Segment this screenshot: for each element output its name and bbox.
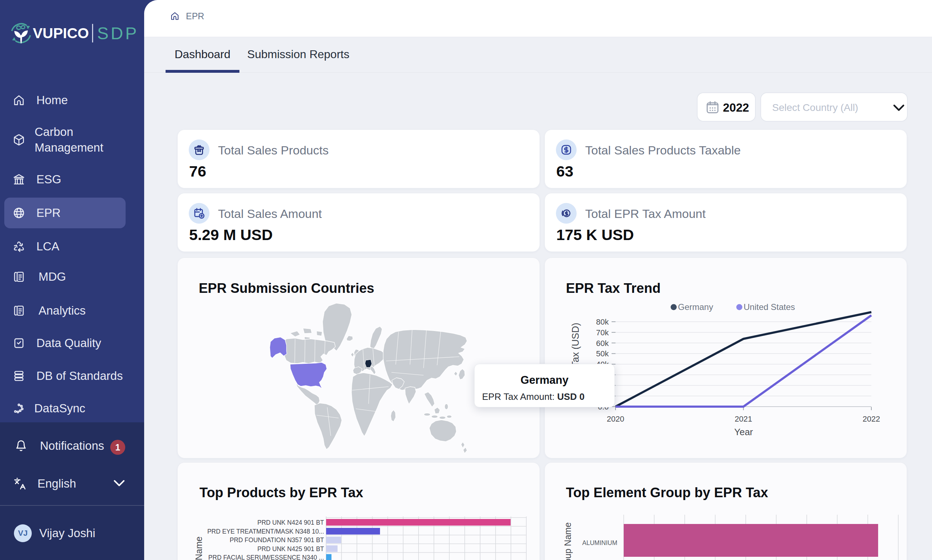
svg-text:PRD EYE TREATMENT/MASK N348 10: PRD EYE TREATMENT/MASK N348 10... — [207, 528, 324, 535]
svg-text:80k: 80k — [596, 317, 609, 326]
svg-text:2020: 2020 — [607, 414, 624, 423]
svg-text:2022: 2022 — [863, 414, 880, 423]
svg-text:70k: 70k — [596, 328, 609, 337]
svg-text:2021: 2021 — [735, 414, 752, 423]
svg-text:PRD FOUNDATION N357 901 BT: PRD FOUNDATION N357 901 BT — [230, 537, 324, 544]
svg-text:Product Name: Product Name — [194, 537, 204, 560]
svg-text:Tax (USD): Tax (USD) — [570, 323, 581, 368]
svg-text:ALUMINIUM: ALUMINIUM — [582, 539, 617, 546]
svg-text:PRD UNK N425 901 BT: PRD UNK N425 901 BT — [257, 545, 324, 552]
svg-text:50k: 50k — [596, 349, 609, 358]
svg-text:Germany: Germany — [678, 302, 713, 312]
svg-text:Year: Year — [734, 426, 753, 437]
svg-text:PRD FACIAL SERUM/ESSENCE N340: PRD FACIAL SERUM/ESSENCE N340 ... — [208, 554, 324, 560]
svg-text:United States: United States — [744, 302, 795, 312]
svg-text:60k: 60k — [596, 339, 609, 348]
svg-text:Group Name: Group Name — [563, 522, 573, 560]
svg-text:PRD UNK N424 901 BT: PRD UNK N424 901 BT — [257, 519, 324, 526]
